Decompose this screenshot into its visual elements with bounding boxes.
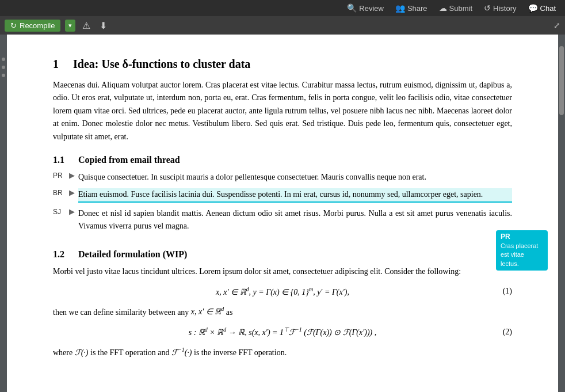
download-icon[interactable]: ⬇ (97, 19, 109, 32)
equation-2: s : ℝd × ℝd → ℝ, s(x, x′) = 1⊤ℱ−1 (ℱ(Γ(x… (53, 327, 512, 338)
chat-icon: 💬 (528, 3, 538, 13)
list-item: SJ ▶ Donec et nisl id sapien blandit mat… (53, 207, 512, 233)
item-label-pr: PR (53, 171, 69, 180)
subsection1-2-body: Morbi vel justo vitae lacus tincidunt ul… (53, 265, 512, 278)
comment-text: Cras placerat est vitae lectus. (501, 242, 543, 268)
equation-2-content: s : ℝd × ℝd → ℝ, s(x, x′) = 1⊤ℱ−1 (ℱ(Γ(x… (189, 328, 377, 337)
scroll-thumb[interactable] (559, 46, 564, 115)
item-label-br: BR (53, 188, 69, 197)
scrollbar[interactable] (558, 35, 565, 392)
item-text-sj: Donec et nisl id sapien blandit mattis. … (78, 207, 512, 233)
equation-2-number: (2) (503, 328, 512, 337)
item-text-pr: Quisque consectetuer. In suscipit mauris… (78, 171, 512, 184)
subsection1-1-title: 1.1 Copied from email thread (53, 155, 512, 165)
share-button[interactable]: 👥 Share (391, 2, 432, 14)
review-icon: 🔍 (347, 3, 357, 13)
submit-button[interactable]: ☁ Submit (434, 2, 477, 14)
history-icon: ↺ (484, 3, 491, 13)
bottom-bar: ↻ Recompile ▾ ⚠ ⬇ ⤢ (0, 16, 565, 35)
recompile-dropdown[interactable]: ▾ (65, 20, 75, 32)
comment-bubble[interactable]: PR Cras placerat est vitae lectus. (496, 230, 548, 271)
between-equations-text: then we can define similarity between an… (53, 305, 512, 319)
left-sidebar-strip (0, 35, 7, 392)
strip-indicator (2, 74, 5, 77)
after-equations-text: where ℱ(·) is the FFT operation and ℱ−1(… (53, 345, 512, 359)
share-icon: 👥 (395, 3, 405, 13)
item-label-sj: SJ (53, 207, 69, 216)
list-item: PR ▶ Quisque consectetuer. In suscipit m… (53, 171, 512, 184)
arrow-icon: ▶ (69, 188, 75, 197)
toolbar: 🔍 Review 👥 Share ☁ Submit ↺ History 💬 Ch… (0, 0, 565, 16)
strip-indicator (2, 66, 5, 69)
equation-1-content: x, x′ ∈ ℝd, y = Γ(x) ∈ {0, 1}m, y′ = Γ(x… (216, 288, 349, 296)
history-button[interactable]: ↺ History (479, 2, 521, 14)
comment-author: PR (501, 233, 543, 241)
expand-button[interactable]: ⤢ (553, 21, 560, 30)
review-button[interactable]: 🔍 Review (342, 2, 388, 14)
item-text-br: Etiam euismod. Fusce facilisis lacinia d… (78, 188, 512, 202)
arrow-icon: ▶ (69, 207, 75, 216)
chat-button[interactable]: 💬 Chat (524, 2, 560, 14)
arrow-icon: ▶ (69, 171, 75, 180)
error-icon[interactable]: ⚠ (80, 19, 93, 32)
recompile-button[interactable]: ↻ Recompile (5, 20, 60, 32)
document-content: 1 Idea: Use δ-functions to cluster data … (7, 35, 558, 392)
subsection1-2-title: 1.2 Detailed formulation (WIP) (53, 249, 512, 260)
equation-1: x, x′ ∈ ℝd, y = Γ(x) ∈ {0, 1}m, y′ = Γ(x… (53, 286, 512, 297)
list-item: BR ▶ Etiam euismod. Fusce facilisis laci… (53, 188, 512, 202)
section1-title: 1 Idea: Use δ-functions to cluster data (53, 58, 512, 71)
strip-indicator (2, 58, 5, 61)
submit-icon: ☁ (439, 3, 447, 13)
main-area: 1 Idea: Use δ-functions to cluster data … (0, 35, 565, 392)
recompile-icon: ↻ (10, 21, 17, 30)
equation-1-number: (1) (503, 287, 512, 296)
section1-body: Maecenas dui. Aliquam volutpat auctor lo… (53, 79, 512, 143)
